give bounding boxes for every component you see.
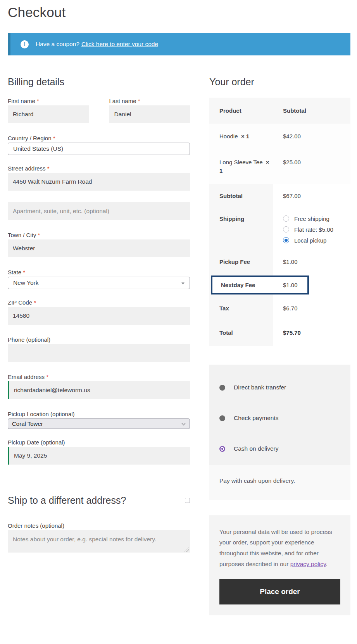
radio-checked-icon (219, 446, 225, 452)
required-mark: * (34, 299, 36, 306)
payment-method-cash-on-delivery[interactable]: Cash on delivery (209, 434, 350, 464)
privacy-policy-link[interactable]: privacy policy (290, 561, 326, 567)
required-mark: * (46, 374, 48, 380)
pickup-location-label: Pickup Location (optional) (8, 411, 190, 417)
payment-method-check[interactable]: Check payments (209, 403, 350, 434)
zip-label: ZIP Code * (8, 299, 190, 306)
required-mark: * (37, 98, 39, 104)
last-name-input[interactable] (109, 105, 190, 123)
order-review-section: Your order Product Subtotal Hoodie × 1 $… (209, 76, 350, 615)
shipping-label: Shipping (209, 215, 273, 244)
radio-checked-icon (283, 237, 289, 243)
order-item-row: Long Sleeve Tee × 1 $25.00 (209, 150, 350, 184)
shipping-option-local-pickup[interactable]: Local pickup (283, 237, 347, 244)
zip-input[interactable] (8, 307, 190, 325)
coupon-banner-text: Have a coupon? (36, 41, 79, 48)
tax-row: Tax $6.70 (209, 296, 350, 320)
order-table-header: Product Subtotal (209, 98, 350, 124)
total-row: Total $75.70 (209, 320, 350, 346)
subtotal-value: $67.00 (273, 193, 350, 199)
required-mark: * (47, 165, 50, 172)
order-table: Product Subtotal Hoodie × 1 $42.00 Long … (209, 98, 350, 346)
radio-icon (219, 415, 225, 421)
nextday-fee-value: $1.00 (274, 282, 307, 288)
email-label: Email address * (8, 374, 190, 380)
order-notes-label: Order notes (optional) (8, 522, 190, 529)
item-qty: × 1 (241, 133, 249, 139)
place-order-box: Your personal data will be used to proce… (209, 515, 350, 616)
item-subtotal: $42.00 (273, 132, 350, 141)
tax-label: Tax (209, 305, 273, 312)
city-label: Town / City * (8, 232, 190, 238)
info-icon: ! (21, 40, 29, 48)
subtotal-label: Subtotal (209, 193, 273, 199)
pickup-date-input[interactable] (8, 447, 190, 465)
pickup-fee-row: Pickup Fee $1.00 (209, 250, 350, 274)
shipping-row: Shipping Free shipping Flat rate: $5.00 (209, 208, 350, 250)
pickup-location-value: Coral Tower (12, 420, 43, 427)
payment-method-description: Pay with cash upon delivery. (209, 465, 350, 500)
pickup-fee-label: Pickup Fee (209, 258, 273, 265)
subtotal-column-header: Subtotal (273, 107, 350, 114)
place-order-button[interactable]: Place order (219, 579, 340, 604)
pickup-date-label: Pickup Date (optional) (8, 439, 190, 446)
pickup-location-select[interactable]: Coral Tower (8, 418, 190, 429)
apartment-input[interactable] (8, 202, 190, 220)
street-address-input[interactable] (8, 173, 190, 191)
street-label: Street address * (8, 165, 190, 172)
total-label: Total (209, 329, 273, 336)
tax-value: $6.70 (273, 305, 350, 312)
email-input[interactable] (8, 381, 190, 399)
ship-different-heading: Ship to a different address? (8, 495, 126, 506)
payment-methods: Direct bank transfer Check payments Cash… (209, 365, 350, 465)
radio-icon (283, 215, 289, 222)
billing-heading: Billing details (8, 76, 190, 88)
coupon-banner: ! Have a coupon? Click here to enter you… (8, 33, 350, 55)
billing-section: Billing details First name * Last name *… (8, 76, 190, 615)
nextday-fee-label: Nextday Fee (212, 282, 274, 288)
state-label: State * (8, 269, 190, 276)
country-select[interactable]: United States (US) (8, 143, 190, 155)
payment-method-bank-transfer[interactable]: Direct bank transfer (209, 372, 350, 403)
shipping-option-flat-rate[interactable]: Flat rate: $5.00 (283, 226, 347, 233)
order-notes-textarea[interactable] (8, 530, 190, 553)
last-name-label: Last name * (109, 98, 190, 104)
order-item-row: Hoodie × 1 $42.00 (209, 124, 350, 150)
required-mark: * (23, 269, 25, 276)
ship-different-checkbox[interactable] (185, 498, 190, 503)
required-mark: * (38, 232, 40, 238)
total-value: $75.70 (273, 329, 350, 336)
phone-label: Phone (optional) (8, 336, 190, 343)
product-column-header: Product (209, 107, 273, 114)
chevron-down-icon (181, 282, 185, 284)
privacy-notice: Your personal data will be used to proce… (219, 527, 340, 570)
subtotal-row: Subtotal $67.00 (209, 184, 350, 208)
shipping-option-free[interactable]: Free shipping (283, 215, 347, 222)
first-name-label: First name * (8, 98, 89, 104)
phone-input[interactable] (8, 344, 190, 362)
country-select-value: United States (US) (13, 145, 63, 152)
coupon-toggle-link[interactable]: Click here to enter your code (81, 41, 158, 48)
city-input[interactable] (8, 239, 190, 257)
country-label: Country / Region * (8, 135, 190, 141)
first-name-input[interactable] (8, 105, 89, 123)
chevron-down-icon (182, 422, 186, 425)
radio-icon (283, 226, 289, 232)
radio-icon (219, 385, 225, 391)
state-select-value: New York (13, 279, 38, 286)
item-subtotal: $25.00 (273, 158, 350, 176)
state-select[interactable]: New York (8, 277, 190, 289)
item-name: Hoodie (219, 133, 238, 139)
order-heading: Your order (209, 76, 350, 88)
required-mark: * (53, 135, 55, 141)
item-name: Long Sleeve Tee (219, 159, 262, 165)
nextday-fee-highlight-box: Nextday Fee $1.00 (211, 276, 309, 294)
page-title: Checkout (8, 5, 350, 20)
pickup-fee-value: $1.00 (273, 258, 350, 265)
checkout-page: Checkout ! Have a coupon? Click here to … (0, 0, 357, 623)
required-mark: * (138, 98, 140, 104)
